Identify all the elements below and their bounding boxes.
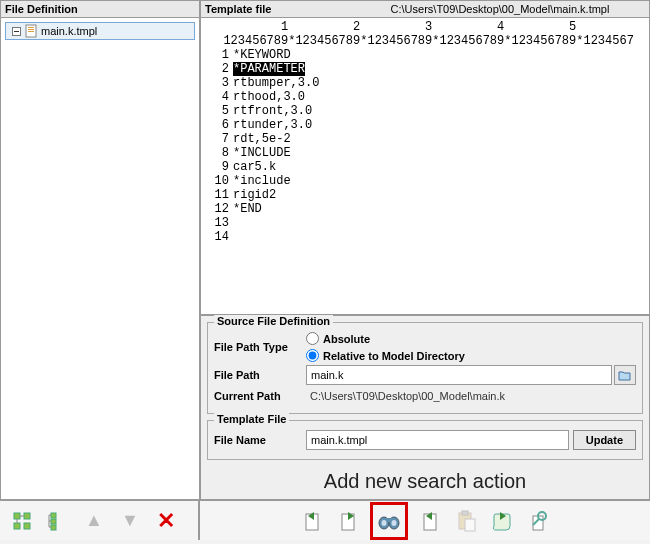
delete-button[interactable]: ✕ — [152, 507, 180, 535]
line-number: 13 — [201, 216, 233, 230]
code-line[interactable]: 6rtunder,3.0 — [201, 118, 649, 132]
close-icon: ✕ — [157, 508, 175, 534]
ruler-tens: 1 2 3 4 5 — [201, 20, 649, 34]
file-name-input[interactable] — [306, 430, 569, 450]
file-tree: main.k.tmpl — [1, 18, 199, 499]
line-number: 6 — [201, 118, 233, 132]
line-text: rtunder,3.0 — [233, 118, 312, 132]
svg-rect-28 — [462, 511, 468, 515]
code-line[interactable]: 4rthood,3.0 — [201, 90, 649, 104]
svg-rect-3 — [28, 27, 34, 28]
svg-rect-4 — [28, 29, 34, 30]
current-path-label: Current Path — [214, 390, 306, 402]
source-file-group: Source File Definition File Path Type Ab… — [207, 322, 643, 414]
tree-collapse-icon — [48, 511, 68, 531]
ruler-ones: 123456789*123456789*123456789*123456789*… — [201, 34, 649, 48]
help-text: Add new search action — [205, 466, 645, 495]
template-file-legend: Template File — [214, 413, 289, 425]
file-path-input[interactable] — [306, 365, 612, 385]
minus-icon — [12, 27, 21, 36]
svg-rect-5 — [28, 31, 34, 32]
code-line[interactable]: 11rigid2 — [201, 188, 649, 202]
svg-rect-13 — [51, 519, 56, 524]
line-text: *END — [233, 202, 262, 216]
line-number: 12 — [201, 202, 233, 216]
line-number: 14 — [201, 230, 233, 244]
file-name-label: File Name — [214, 434, 306, 446]
code-line[interactable]: 3rtbumper,3.0 — [201, 76, 649, 90]
doc-forward-icon — [336, 510, 360, 532]
line-number: 8 — [201, 146, 233, 160]
code-line[interactable]: 14 — [201, 230, 649, 244]
radio-relative[interactable]: Relative to Model Directory — [306, 349, 465, 362]
line-number: 11 — [201, 188, 233, 202]
doc-forward-button[interactable] — [334, 507, 362, 535]
bottom-toolbar: ▲ ▼ ✕ — [0, 500, 650, 540]
tree-item-label: main.k.tmpl — [41, 25, 97, 37]
line-text: rdt,5e-2 — [233, 132, 291, 146]
clipboard-icon — [455, 510, 477, 532]
line-number: 1 — [201, 48, 233, 62]
script-icon — [490, 510, 514, 532]
code-line[interactable]: 9car5.k — [201, 160, 649, 174]
move-down-button[interactable]: ▼ — [116, 507, 144, 535]
svg-rect-7 — [24, 513, 30, 519]
code-line[interactable]: 1*KEYWORD — [201, 48, 649, 62]
line-text: *include — [233, 174, 291, 188]
svg-rect-12 — [51, 513, 56, 518]
tree-collapse-button[interactable] — [44, 507, 72, 535]
line-text: *PARAMETER — [233, 62, 305, 76]
line-number: 7 — [201, 132, 233, 146]
wrench-icon — [527, 510, 549, 532]
current-path-value: C:\Users\T09\Desktop\00_Model\main.k — [306, 388, 636, 404]
move-up-button[interactable]: ▲ — [80, 507, 108, 535]
code-editor[interactable]: 1 2 3 4 5 123456789*123456789*123456789*… — [201, 18, 649, 314]
line-text: rthood,3.0 — [233, 90, 305, 104]
script-button[interactable] — [488, 507, 516, 535]
binoculars-icon — [376, 510, 402, 532]
svg-rect-8 — [14, 523, 20, 529]
radio-absolute-label: Absolute — [323, 333, 370, 345]
radio-absolute[interactable]: Absolute — [306, 332, 465, 345]
paste-button[interactable] — [452, 507, 480, 535]
line-text: rtfront,3.0 — [233, 104, 312, 118]
line-text: rtbumper,3.0 — [233, 76, 319, 90]
browse-button[interactable] — [614, 365, 636, 385]
code-line[interactable]: 10*include — [201, 174, 649, 188]
code-line[interactable]: 2*PARAMETER — [201, 62, 649, 76]
line-number: 9 — [201, 160, 233, 174]
config-button[interactable] — [524, 507, 552, 535]
line-number: 3 — [201, 76, 233, 90]
file-path-label: File Path — [214, 369, 306, 381]
template-file-group: Template File File Name Update — [207, 420, 643, 460]
template-header: Template file C:\Users\T09\Desktop\00_Mo… — [201, 1, 649, 18]
update-button[interactable]: Update — [573, 430, 636, 450]
code-line[interactable]: 12*END — [201, 202, 649, 216]
source-file-definition: Source File Definition File Path Type Ab… — [201, 314, 649, 499]
tree-item-main[interactable]: main.k.tmpl — [5, 22, 195, 40]
arrow-up-icon: ▲ — [85, 510, 103, 531]
code-line[interactable]: 13 — [201, 216, 649, 230]
doc-add-button[interactable] — [416, 507, 444, 535]
file-definition-title: File Definition — [1, 1, 199, 18]
tree-expand-icon — [12, 511, 32, 531]
radio-relative-input[interactable] — [306, 349, 319, 362]
code-line[interactable]: 5rtfront,3.0 — [201, 104, 649, 118]
search-action-button[interactable] — [370, 502, 408, 540]
line-number: 5 — [201, 104, 233, 118]
line-number: 4 — [201, 90, 233, 104]
tree-expand-button[interactable] — [8, 507, 36, 535]
svg-rect-9 — [24, 523, 30, 529]
radio-absolute-input[interactable] — [306, 332, 319, 345]
doc-back-button[interactable] — [298, 507, 326, 535]
code-line[interactable]: 8*INCLUDE — [201, 146, 649, 160]
line-text: rigid2 — [233, 188, 276, 202]
line-number: 2 — [201, 62, 233, 76]
line-text: *KEYWORD — [233, 48, 291, 62]
code-line[interactable]: 7rdt,5e-2 — [201, 132, 649, 146]
arrow-down-icon: ▼ — [121, 510, 139, 531]
template-file-path: C:\Users\T09\Desktop\00_Model\main.k.tmp… — [351, 1, 649, 17]
svg-rect-14 — [51, 525, 56, 530]
line-text: *INCLUDE — [233, 146, 291, 160]
file-path-type-label: File Path Type — [214, 341, 306, 353]
